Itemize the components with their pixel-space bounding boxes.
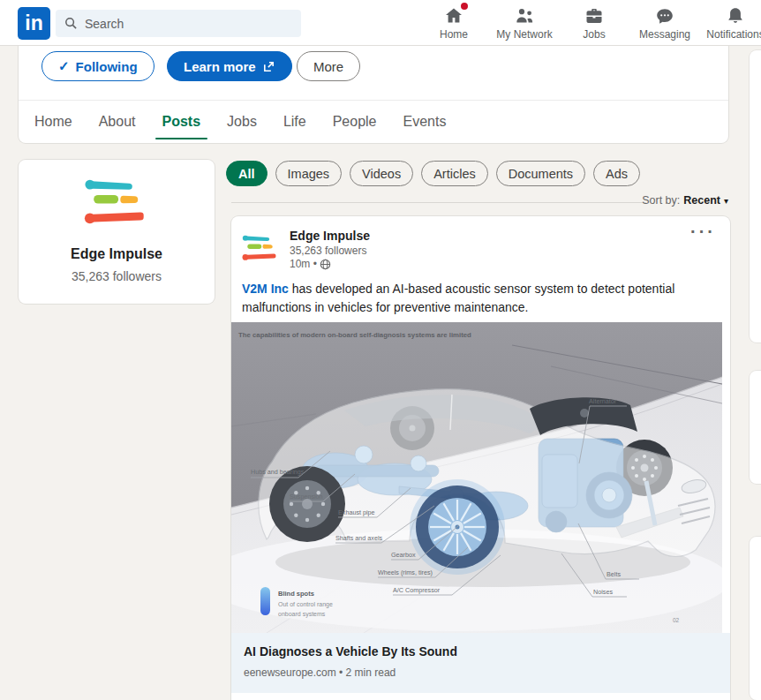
filter-images[interactable]: Images (275, 161, 343, 186)
legend-title: Blind spots (278, 590, 314, 598)
page-number: 02 (673, 617, 680, 623)
search-bar[interactable] (56, 10, 301, 37)
nav-item-my-network[interactable]: My Network (493, 4, 556, 45)
nav-item-messaging[interactable]: Messaging (633, 4, 697, 45)
linkedin-logo-text: in (25, 11, 42, 35)
tab-life[interactable]: Life (276, 101, 313, 142)
top-nav-bar: in Home My Network Jobs Messaging Notifi… (0, 0, 761, 46)
label-gearbox: Gearbox (391, 551, 416, 559)
following-label: Following (76, 59, 138, 74)
article-meta: eenewseurope.com • 2 min read (244, 666, 396, 679)
post-timestamp: 10m • (290, 258, 331, 270)
nav-label: My Network (496, 28, 552, 41)
jobs-icon (584, 4, 605, 26)
article-link-card[interactable]: AI Diagnoses a Vehicle By Its Sound eene… (231, 633, 730, 693)
globe-icon (320, 259, 331, 270)
right-sidebar-card-partial-1 (750, 50, 761, 342)
filter-ads[interactable]: Ads (593, 161, 640, 186)
external-link-icon (262, 60, 275, 73)
tab-jobs[interactable]: Jobs (220, 101, 264, 142)
post-text: V2M Inc has developed an AI-based acoust… (242, 280, 722, 317)
label-ac-compressor: A/C Compressor (393, 586, 441, 594)
legend-line2: onboard systems (278, 611, 326, 618)
label-shafts-axels: Shafts and axels (335, 534, 383, 542)
sort-label: Sort by: (642, 194, 680, 207)
post-card: Edge Impulse 35,263 followers 10m • ··· … (231, 216, 730, 700)
label-belts: Belts (607, 570, 621, 578)
following-button[interactable]: ✓ Following (41, 51, 154, 81)
my-network-icon (514, 4, 535, 26)
post-author-avatar[interactable] (241, 229, 280, 267)
company-header-card: ✓ Following Learn more More Home About P… (19, 46, 728, 143)
learn-more-button[interactable]: Learn more (167, 51, 292, 81)
nav-label: Messaging (639, 28, 690, 41)
label-noises: Noises (593, 588, 613, 596)
post-time-text: 10m • (290, 258, 317, 270)
more-button[interactable]: More (297, 51, 360, 81)
post-author-followers: 35,263 followers (290, 245, 366, 257)
linkedin-company-posts-page: { "nav": { "logo_text": "in", "search_pl… (0, 0, 761, 700)
messaging-icon (654, 4, 675, 26)
image-headline: The capabilities of modern on-board self… (238, 331, 471, 339)
home-notification-badge (459, 1, 470, 11)
tab-about[interactable]: About (92, 101, 143, 142)
post-company-link[interactable]: V2M Inc (242, 282, 289, 296)
nav-item-jobs[interactable]: Jobs (562, 4, 626, 45)
filter-all[interactable]: All (226, 161, 267, 186)
nav-item-home[interactable]: Home (422, 4, 486, 45)
tab-posts[interactable]: Posts (155, 101, 208, 142)
company-name: Edge Impulse (19, 246, 215, 262)
label-exhaust-pipe: Exhaust pipe (338, 508, 375, 516)
tab-events[interactable]: Events (396, 101, 454, 142)
notifications-bell-icon (725, 4, 746, 26)
chevron-down-icon: ▾ (724, 196, 728, 206)
feed-filter-pills: All Images Videos Articles Documents Ads (226, 161, 640, 186)
sort-value: Recent (683, 194, 720, 207)
label-suspension: Suspension (290, 493, 323, 501)
post-text-rest: has developed an AI-based acoustic senso… (242, 282, 674, 314)
nav-label: Jobs (583, 28, 605, 41)
check-icon: ✓ (58, 58, 70, 74)
nav-label: Home (440, 28, 468, 41)
sort-row: Sort by: Recent ▾ (231, 194, 730, 210)
tab-home[interactable]: Home (27, 101, 79, 142)
linkedin-logo[interactable]: in (18, 7, 50, 40)
article-title: AI Diagnoses a Vehicle By Its Sound (244, 644, 457, 659)
legend-line1: Out of control range (278, 601, 333, 608)
post-image[interactable]: The capabilities of modern on-board self… (231, 322, 722, 633)
right-sidebar-card-partial-3 (750, 537, 761, 700)
right-sidebar-card-partial-2 (750, 371, 761, 484)
nav-label: Notifications (706, 28, 761, 41)
sort-by-dropdown[interactable]: Sort by: Recent ▾ (642, 194, 728, 207)
sort-divider (231, 202, 646, 203)
legend-swatch (260, 587, 270, 615)
label-hubs-bearings: Hubs and bearings (251, 468, 305, 476)
tab-people[interactable]: People (326, 101, 384, 142)
learn-more-label: Learn more (184, 59, 256, 74)
post-author-name[interactable]: Edge Impulse (290, 229, 370, 243)
company-summary-card[interactable]: Edge Impulse 35,263 followers (19, 160, 215, 304)
company-followers: 35,263 followers (19, 269, 215, 283)
company-tabs: Home About Posts Jobs Life People Events (27, 101, 453, 142)
edge-impulse-logo (82, 177, 151, 227)
search-icon (64, 17, 78, 30)
nav-item-notifications[interactable]: Notifications (704, 4, 761, 45)
label-wheels: Wheels (rims, tires) (378, 568, 433, 576)
more-label: More (313, 59, 343, 74)
home-icon (443, 4, 464, 26)
search-input[interactable] (85, 17, 279, 31)
post-options-menu-icon[interactable]: ··· (690, 222, 716, 242)
label-alternator: Alternator (589, 397, 617, 405)
filter-articles[interactable]: Articles (421, 161, 488, 186)
filter-documents[interactable]: Documents (496, 161, 585, 186)
filter-videos[interactable]: Videos (350, 161, 413, 186)
